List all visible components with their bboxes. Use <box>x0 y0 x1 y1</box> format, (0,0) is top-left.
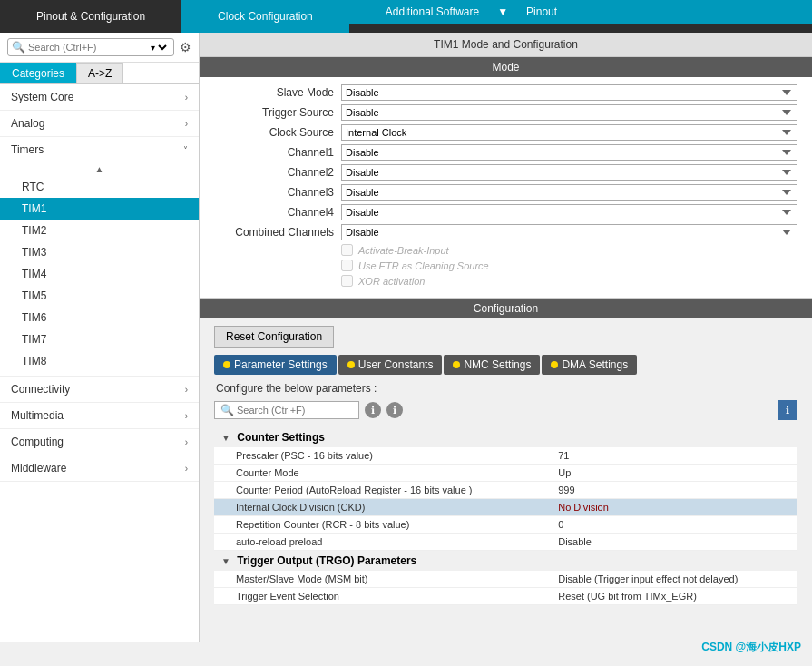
mode-table: Slave Mode Disable Trigger Source Disabl… <box>200 77 812 299</box>
pinout-tab[interactable]: Pinout & Configuration <box>0 0 181 33</box>
content-title: TIM1 Mode and Configuration <box>200 33 812 57</box>
info-square-button[interactable]: ℹ <box>778 400 797 420</box>
sidebar-item-tim7[interactable]: TIM7 <box>0 328 199 350</box>
clock-config-tab[interactable]: Clock Configuration <box>181 0 349 33</box>
param-search-input[interactable] <box>237 405 346 416</box>
combined-channels-label: Combined Channels <box>214 226 341 239</box>
group-multimedia: Multimedia › <box>0 403 199 429</box>
system-core-arrow: › <box>185 93 188 103</box>
sub-nav-arrow: ▼ <box>497 5 508 18</box>
group-middleware-header[interactable]: Middleware › <box>0 455 199 481</box>
group-computing-header[interactable]: Computing › <box>0 429 199 455</box>
slave-mode-select[interactable]: Disable <box>341 84 797 101</box>
tab-categories[interactable]: Categories <box>0 63 76 83</box>
sidebar: 🔍 ▾ ⚙ Categories A->Z System Core › <box>0 33 200 642</box>
mode-row-slave: Slave Mode Disable <box>214 84 797 101</box>
trigger-source-select[interactable]: Disable <box>341 104 797 121</box>
channel1-label: Channel1 <box>214 146 341 159</box>
channel4-select[interactable]: Disable <box>341 204 797 220</box>
sidebar-item-tim6[interactable]: TIM6 <box>0 307 199 328</box>
computing-arrow: › <box>185 437 188 447</box>
channel2-select[interactable]: Disable <box>341 164 797 181</box>
sidebar-search-input[interactable] <box>28 42 147 53</box>
channel3-select[interactable]: Disable <box>341 184 797 201</box>
activate-break-label: Activate-Break-Input <box>358 245 449 256</box>
channel1-select[interactable]: Disable <box>341 144 797 161</box>
tab-nmc-settings[interactable]: NMC Settings <box>444 355 540 375</box>
mode-row-combined: Combined Channels Disable <box>214 224 797 240</box>
param-dot <box>223 361 230 368</box>
search-icon: 🔍 <box>12 41 25 54</box>
group-system-core-header[interactable]: System Core › <box>0 84 199 110</box>
gear-icon[interactable]: ⚙ <box>180 40 191 54</box>
group-timers-header[interactable]: Timers ˅ <box>0 137 199 162</box>
counter-settings-section: ▼ Counter Settings <box>214 427 797 447</box>
mode-row-trigger: Trigger Source Disable <box>214 104 797 121</box>
xor-checkbox[interactable] <box>341 275 353 287</box>
timers-scroll-up[interactable]: ▲ <box>0 162 199 176</box>
param-row-ckd[interactable]: Internal Clock Division (CKD) No Divisio… <box>214 499 797 516</box>
trgo-expand-icon[interactable]: ▼ <box>221 556 230 566</box>
channel4-label: Channel4 <box>214 206 341 219</box>
group-connectivity-header[interactable]: Connectivity › <box>0 377 199 402</box>
combined-channels-select[interactable]: Disable <box>341 224 797 240</box>
mode-row-ch2: Channel2 Disable <box>214 164 797 181</box>
info-button-2[interactable]: ℹ <box>386 402 403 418</box>
middleware-arrow: › <box>185 464 188 474</box>
content-area: TIM1 Mode and Configuration Mode Slave M… <box>200 33 812 642</box>
clock-source-select[interactable]: Internal Clock <box>341 124 797 141</box>
sidebar-item-rtc[interactable]: RTC <box>0 176 199 198</box>
slave-mode-label: Slave Mode <box>214 86 341 99</box>
param-row-prescaler: Prescaler (PSC - 16 bits value) 71 <box>214 447 797 465</box>
clock-source-label: Clock Source <box>214 126 341 139</box>
param-search-row: 🔍 ℹ ℹ ℹ <box>214 400 797 420</box>
tab-az[interactable]: A->Z <box>76 63 123 83</box>
group-analog-header[interactable]: Analog › <box>0 111 199 136</box>
group-multimedia-header[interactable]: Multimedia › <box>0 403 199 428</box>
config-desc: Configure the below parameters : <box>214 382 797 395</box>
tab-user-constants[interactable]: User Constants <box>338 355 443 375</box>
param-row-autoreload: auto-reload preload Disable <box>214 534 797 551</box>
param-row-repetition: Repetition Counter (RCR - 8 bits value) … <box>214 516 797 534</box>
sidebar-item-tim1[interactable]: TIM1 <box>0 198 199 220</box>
sidebar-tabs: Categories A->Z <box>0 63 199 84</box>
reset-config-button[interactable]: Reset Configuration <box>214 326 334 348</box>
sidebar-item-tim4[interactable]: TIM4 <box>0 263 199 285</box>
config-section: Reset Configuration Parameter Settings U… <box>200 318 812 612</box>
mode-row-clock: Clock Source Internal Clock <box>214 124 797 141</box>
pinout-sub-link[interactable]: Pinout <box>508 5 575 18</box>
checkbox-xor: XOR activation <box>214 275 797 287</box>
dma-dot <box>551 361 558 368</box>
sidebar-item-tim5[interactable]: TIM5 <box>0 285 199 307</box>
top-nav: Pinout & Configuration Clock Configurati… <box>0 0 812 33</box>
config-tabs: Parameter Settings User Constants NMC Se… <box>214 355 797 375</box>
channel3-label: Channel3 <box>214 186 341 199</box>
user-dot <box>347 361 355 368</box>
param-row-trigger-event: Trigger Event Selection Reset (UG bit fr… <box>214 588 797 605</box>
param-row-counter-period: Counter Period (AutoReload Register - 16… <box>214 482 797 499</box>
mode-row-ch3: Channel3 Disable <box>214 184 797 201</box>
sidebar-item-tim2[interactable]: TIM2 <box>0 220 199 241</box>
trgo-section: ▼ Trigger Output (TRGO) Parameters <box>214 551 797 572</box>
channel2-label: Channel2 <box>214 166 341 179</box>
additional-software-link[interactable]: Additional Software <box>367 5 497 18</box>
sub-nav: Additional Software ▼ Pinout <box>349 0 812 24</box>
activate-break-checkbox[interactable] <box>341 244 353 256</box>
info-button-1[interactable]: ℹ <box>365 402 381 418</box>
group-analog: Analog › <box>0 111 199 137</box>
sidebar-item-tim3[interactable]: TIM3 <box>0 241 199 263</box>
tab-parameter-settings[interactable]: Parameter Settings <box>214 355 337 375</box>
group-computing: Computing › <box>0 429 199 455</box>
multimedia-arrow: › <box>185 411 188 421</box>
etr-checkbox[interactable] <box>341 260 353 271</box>
param-search-icon: 🔍 <box>220 404 234 416</box>
param-search-wrap: 🔍 <box>214 401 359 419</box>
group-connectivity: Connectivity › <box>0 377 199 403</box>
search-wrap: 🔍 ▾ <box>7 38 174 56</box>
sidebar-item-tim8[interactable]: TIM8 <box>0 350 199 372</box>
counter-expand-icon[interactable]: ▼ <box>221 433 230 443</box>
tab-dma-settings[interactable]: DMA Settings <box>542 355 637 375</box>
search-dropdown[interactable]: ▾ <box>147 42 170 54</box>
param-table: ▼ Counter Settings Prescaler (PSC - 16 b… <box>214 427 797 605</box>
checkbox-break-input: Activate-Break-Input <box>214 244 797 256</box>
